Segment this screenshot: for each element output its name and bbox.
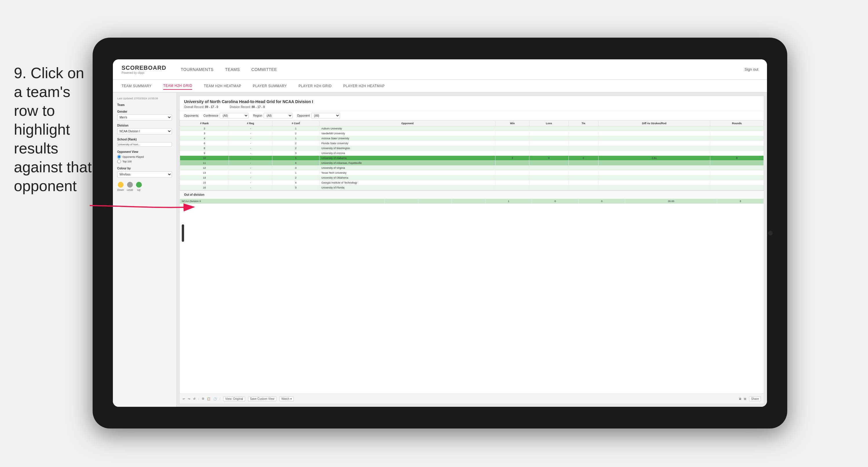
cell-value — [529, 151, 569, 156]
icon-group: 🖥 ⊞ — [739, 397, 746, 401]
tab-player-summary[interactable]: PLAYER SUMMARY — [253, 83, 287, 89]
tab-team-summary[interactable]: TEAM SUMMARY — [122, 83, 152, 89]
conference-filter: Conference (All) — [204, 113, 249, 118]
division-select[interactable]: NCAA Division I — [117, 128, 172, 134]
logo-subtitle: Powered by clippi — [122, 71, 166, 75]
cell-value: 6 — [180, 141, 229, 146]
nav-links: TOURNAMENTS TEAMS COMMITTEE — [181, 66, 744, 73]
table-row[interactable]: 8-2University of Washington — [180, 146, 764, 151]
opponent-view-section: Opponent View Opponents Played Top 100 — [117, 150, 172, 163]
opponent-view-title: Opponent View — [117, 150, 172, 153]
nav-tournaments[interactable]: TOURNAMENTS — [181, 66, 213, 73]
table-row[interactable]: 10-5University of Alabama3002.618 — [180, 156, 764, 161]
opponent-name: University of Washington — [319, 146, 496, 151]
radio-top100[interactable]: Top 100 — [117, 159, 172, 163]
opponent-name: University of Florida — [319, 185, 496, 190]
table-row[interactable]: 9-3University of Arizona — [180, 151, 764, 156]
cell-value — [529, 136, 569, 141]
cell-value — [710, 161, 764, 166]
table-row[interactable]: 11-6University of Arkansas, Fayetteville — [180, 161, 764, 166]
radio-opponents-played[interactable]: Opponents Played — [117, 155, 172, 159]
cell-value: - — [229, 131, 272, 136]
paste-icon[interactable]: 📋 — [207, 397, 210, 401]
cell-value: 3 — [272, 151, 319, 156]
table-row[interactable]: 4-1Arizona State University — [180, 136, 764, 141]
gender-select[interactable]: Men's — [117, 114, 172, 120]
logo-title: SCOREBOARD — [122, 64, 166, 71]
main-content: Last Updated: 27/03/2024 16:55:38 Team G… — [113, 93, 767, 407]
instruction-text: 9. Click on a team's row to highlight re… — [14, 64, 95, 196]
table-row[interactable]: 12-3University of Virginia — [180, 166, 764, 171]
sign-out-link[interactable]: Sign out — [744, 67, 758, 71]
tablet-side-button — [182, 224, 184, 242]
tab-player-h2h-grid[interactable]: PLAYER H2H GRID — [299, 83, 332, 89]
toolbar-separator2: | — [220, 397, 221, 401]
legend-level-icon — [127, 182, 133, 187]
col-rank: # Rank — [180, 121, 229, 126]
cell-value — [598, 175, 710, 180]
panel-header: University of North Carolina Head-to-Hea… — [180, 96, 764, 111]
nav-committee[interactable]: COMMITTEE — [251, 66, 277, 73]
cell-value — [598, 141, 710, 146]
view-original-btn[interactable]: View: Original — [223, 396, 245, 401]
cell-value — [529, 131, 569, 136]
watch-btn[interactable]: Watch ▾ — [279, 396, 294, 401]
tab-team-h2h-grid[interactable]: TEAM H2H GRID — [163, 82, 192, 90]
sub-nav: TEAM SUMMARY TEAM H2H GRID TEAM H2H HEAT… — [113, 80, 767, 93]
colour-by-section: Colour by Win/loss — [117, 167, 172, 177]
cell-value — [496, 161, 529, 166]
grid-icon[interactable]: ⊞ — [744, 397, 746, 401]
share-btn[interactable]: Share — [749, 396, 761, 401]
cell-value: 2 — [272, 131, 319, 136]
cell-value — [568, 185, 598, 190]
table-row[interactable]: 3-2Vanderbilt University — [180, 131, 764, 136]
nav-teams[interactable]: TEAMS — [225, 66, 240, 73]
cell-value — [568, 151, 598, 156]
col-win: Win — [496, 121, 529, 126]
table-row[interactable]: 14-2University of Oklahoma — [180, 175, 764, 180]
tab-team-h2h-heatmap[interactable]: TEAM H2H HEATMAP — [204, 83, 241, 89]
opponent-name: University of Oklahoma — [319, 175, 496, 180]
col-loss: Loss — [529, 121, 569, 126]
table-row[interactable]: 2-1Auburn University — [180, 126, 764, 131]
cell-value: 1 — [272, 126, 319, 131]
last-updated: Last Updated: 27/03/2024 16:55:38 — [117, 97, 172, 100]
col-reg: # Reg — [229, 121, 272, 126]
cell-value — [496, 141, 529, 146]
opponent-select[interactable]: (All) — [311, 113, 340, 118]
cell-value: - — [229, 151, 272, 156]
reset-icon[interactable]: ↺ — [193, 397, 195, 401]
cell-value — [598, 131, 710, 136]
cell-value — [568, 180, 598, 185]
copy-icon[interactable]: ⧉ — [202, 397, 204, 401]
legend-up: Up — [136, 182, 142, 192]
cell-value — [529, 126, 569, 131]
tab-player-h2h-heatmap[interactable]: PLAYER H2H HEATMAP — [343, 83, 385, 89]
out-of-division-header: Out of division — [180, 190, 764, 199]
table-row[interactable]: 13-1Texas Tech University — [180, 171, 764, 175]
conference-select[interactable]: (All) — [220, 113, 249, 118]
save-custom-view-btn[interactable]: Save Custom View — [248, 396, 276, 401]
col-diff: Diff Av Strokes/Rnd — [598, 121, 710, 126]
redo-icon[interactable]: ↪ — [188, 397, 190, 401]
table-row[interactable]: 6-2Florida State University — [180, 141, 764, 146]
clock-icon[interactable]: 🕐 — [213, 397, 217, 401]
undo-icon[interactable]: ↩ — [183, 397, 185, 401]
cell-value: 15 — [180, 180, 229, 185]
out-of-division-row[interactable]: NCAA Division II10026.003 — [180, 199, 764, 204]
cell-value — [568, 175, 598, 180]
cell-value — [496, 151, 529, 156]
colour-by-select[interactable]: Win/loss — [117, 171, 172, 177]
cell-value — [710, 131, 764, 136]
cell-value: 2 — [272, 141, 319, 146]
region-select[interactable]: (All) — [264, 113, 292, 118]
col-conf: # Conf — [272, 121, 319, 126]
team-label: Team — [117, 104, 172, 107]
table-row[interactable]: 16-3University of Florida — [180, 185, 764, 190]
colour-by-title: Colour by — [117, 167, 172, 170]
cell-value — [598, 166, 710, 171]
table-row[interactable]: 15-4Georgia Institute of Technology — [180, 180, 764, 185]
tablet-screen: SCOREBOARD Powered by clippi TOURNAMENTS… — [113, 59, 767, 407]
cell-value — [710, 171, 764, 175]
screen-icon[interactable]: 🖥 — [739, 397, 742, 401]
